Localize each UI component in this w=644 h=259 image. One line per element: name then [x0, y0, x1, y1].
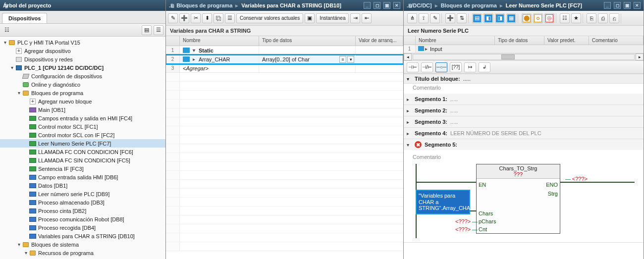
- tree-node[interactable]: RDREC_DB [DB7]: [0, 257, 165, 259]
- lad-tool-1[interactable]: ⋔: [407, 13, 417, 23]
- lad-tool-4[interactable]: ➕: [445, 13, 455, 23]
- tree-node[interactable]: Sentencia IF [FC3]: [0, 164, 165, 173]
- maximize-button[interactable]: ▣: [624, 2, 631, 9]
- coil-button[interactable]: ─○─: [435, 62, 447, 72]
- tree-node[interactable]: ▾Bloques de programa: [0, 89, 165, 97]
- monitor-button[interactable]: ◎: [544, 13, 554, 23]
- maximize-button[interactable]: ▣: [383, 2, 390, 9]
- lad-tool-16[interactable]: ⎌: [609, 13, 619, 23]
- tree-list-toggle[interactable]: ☰: [154, 25, 163, 35]
- segment-header[interactable]: ▸Segmento 3:.....: [404, 116, 644, 127]
- interface-row-input[interactable]: 1 ▸ Input: [404, 45, 644, 53]
- minimize-button[interactable]: _: [364, 2, 371, 9]
- interface-hscroll[interactable]: ◂ ▸: [404, 53, 644, 61]
- tree-node[interactable]: Online y diagnóstico: [0, 80, 165, 89]
- grid-row[interactable]: 3<Agregar>: [166, 64, 403, 73]
- tree-node[interactable]: Variables para CHAR a STRING [DB10]: [0, 232, 165, 240]
- close-button[interactable]: ✕: [393, 2, 400, 9]
- twisty-icon[interactable]: ▸: [407, 131, 412, 136]
- pin-icon[interactable]: ⎘: [169, 2, 176, 9]
- twisty-icon[interactable]: ▾: [193, 48, 199, 53]
- lad-tool-6[interactable]: ▤: [472, 13, 482, 23]
- segment-header[interactable]: ▸Segmento 2:.....: [404, 105, 644, 116]
- nc-contact-button[interactable]: ⊣/⊢: [421, 62, 433, 72]
- reset-button[interactable]: ⇤: [362, 13, 372, 23]
- grid-row[interactable]: 2▸Array_CHARArray[0..20] of Char≡▾: [166, 55, 403, 64]
- segment-5-header[interactable]: ▾ ✖ Segmento 5:: [404, 139, 644, 150]
- lad-tool-2[interactable]: ⟟: [419, 13, 429, 23]
- block-title-row[interactable]: ▾ Título del bloque: .....: [404, 74, 644, 84]
- go-offline-button[interactable]: ⭘: [533, 13, 543, 23]
- segment-header[interactable]: ▸Segmento 1:.....: [404, 94, 644, 104]
- minimize-button[interactable]: _: [604, 2, 611, 9]
- box-button[interactable]: [??]: [450, 62, 462, 72]
- scroll-right-icon[interactable]: ▸: [636, 53, 644, 60]
- tree-node[interactable]: Leer número serie PLC [DB9]: [0, 190, 165, 198]
- twisty-icon[interactable]: ▾: [16, 242, 22, 247]
- devices-tab[interactable]: Dispositivos: [2, 13, 47, 23]
- twisty-icon[interactable]: ▾: [23, 250, 29, 256]
- restore-button[interactable]: ◻: [614, 2, 621, 9]
- col-name[interactable]: Nombre: [180, 36, 259, 46]
- lad-tool-15[interactable]: ⎙: [598, 13, 608, 23]
- network-list[interactable]: ▾ Título del bloque: ..... Comentario ▸S…: [404, 74, 644, 259]
- tree-view-toggle[interactable]: ▤: [142, 25, 152, 35]
- tree-node[interactable]: LLAMADA FC CON CONDICION [FC6]: [0, 148, 165, 156]
- tree-filter-button[interactable]: ☷: [2, 25, 12, 35]
- load-start-button[interactable]: ⇥: [350, 13, 360, 23]
- chars-tag[interactable]: "Variables para CHAR a STRING".Array_CHA…: [416, 190, 470, 214]
- strg-value[interactable]: <???>: [572, 176, 588, 182]
- tree-node[interactable]: ▾PLC y HMI TIA Portal V15: [0, 38, 165, 47]
- snapshot-icon[interactable]: ▣: [305, 13, 315, 23]
- chars-to-strg-block[interactable]: Chars_TO_Strg ??? EN ENO Chars pChars Cn…: [476, 164, 560, 234]
- breadcrumb-folder[interactable]: Bloques de programa: [176, 2, 232, 8]
- segment-5-comment[interactable]: Comentario: [413, 154, 635, 160]
- twisty-icon[interactable]: ▾: [2, 40, 8, 45]
- no-contact-button[interactable]: ⊣⊢: [407, 62, 419, 72]
- grid-row[interactable]: 1▾Static: [166, 46, 403, 55]
- new-row-button[interactable]: ✎: [168, 13, 178, 23]
- lad-tool-13[interactable]: ★: [571, 13, 581, 23]
- col-type[interactable]: Tipo de datos: [259, 36, 356, 46]
- cut-button[interactable]: ✂: [191, 13, 201, 23]
- tree-node[interactable]: Configuración de dispositivos: [0, 72, 165, 80]
- twisty-icon[interactable]: ▸: [407, 97, 412, 102]
- tree-node[interactable]: Dispositivos y redes: [0, 55, 165, 63]
- block-comment[interactable]: Comentario: [404, 84, 644, 94]
- twisty-icon[interactable]: ▸: [407, 119, 412, 125]
- tree-node[interactable]: ▾Bloques de sistema: [0, 240, 165, 249]
- type-picker-button[interactable]: ≡: [339, 56, 346, 63]
- twisty-icon[interactable]: ▾: [9, 65, 15, 70]
- project-tree[interactable]: ▾PLC y HMI TIA Portal V15+Agregar dispos…: [0, 37, 165, 259]
- lad-tool-7[interactable]: ◧: [483, 13, 493, 23]
- tree-node[interactable]: Proceso almacenado [DB3]: [0, 198, 165, 207]
- copy-button[interactable]: ⿻: [214, 13, 223, 23]
- twisty-icon[interactable]: ▸: [193, 56, 199, 62]
- close-button[interactable]: ✕: [634, 2, 641, 9]
- branch-close-button[interactable]: ↲: [479, 62, 490, 72]
- lad-tool-12[interactable]: ☷: [560, 13, 570, 23]
- cell-type[interactable]: Array[0..20] of Char≡▾: [259, 55, 356, 63]
- expand-button[interactable]: ⬍: [202, 13, 212, 23]
- tree-node[interactable]: Datos [DB1]: [0, 181, 165, 190]
- pchars-value[interactable]: <???>: [455, 218, 471, 224]
- snapshot-button[interactable]: Instantánea: [316, 13, 349, 23]
- tree-node[interactable]: Control motor SCL [FC1]: [0, 122, 165, 131]
- col-comment[interactable]: Comentario: [589, 36, 644, 45]
- restore-button[interactable]: ◻: [374, 2, 380, 9]
- type-dropdown-button[interactable]: ▾: [347, 56, 354, 63]
- back-icon[interactable]: ◂: [3, 2, 10, 9]
- lad-tool-9[interactable]: ▦: [506, 13, 516, 23]
- ladder-network[interactable]: Chars_TO_Strg ??? EN ENO Chars pChars Cn…: [416, 164, 635, 238]
- lad-tool-8[interactable]: ◨: [495, 13, 505, 23]
- go-online-button[interactable]: ⬤: [522, 13, 532, 23]
- twisty-icon[interactable]: ▸: [407, 108, 412, 113]
- keep-actual-values-button[interactable]: Conservar valores actuales: [236, 13, 303, 23]
- pin-icon[interactable]: ⎘: [407, 2, 414, 9]
- col-name[interactable]: Nombre: [416, 36, 495, 45]
- cnt-value[interactable]: <???>: [455, 226, 471, 232]
- tree-node[interactable]: Control motor SCL con IF [FC2]: [0, 131, 165, 139]
- breadcrumb-folder[interactable]: Bloques de programa: [441, 2, 497, 8]
- branch-open-button[interactable]: ↦: [464, 62, 476, 72]
- tree-node[interactable]: +Agregar dispositivo: [0, 47, 165, 55]
